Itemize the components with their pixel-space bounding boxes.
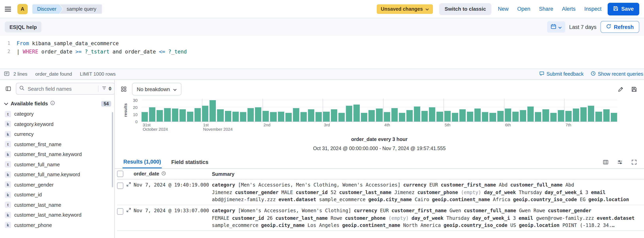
histogram-bar[interactable]: [300, 112, 307, 122]
histogram-bar[interactable]: [429, 107, 436, 122]
histogram-bar[interactable]: [323, 111, 330, 122]
histogram-bar[interactable]: [384, 112, 390, 122]
table-row[interactable]: Nov 7, 2024 @ 19:33:07.000category [Wome…: [117, 205, 644, 231]
field-item-customer_phone[interactable]: kcustomer_phone: [3, 220, 112, 230]
histogram-bar[interactable]: [217, 109, 224, 122]
field-item-customer_last_name.keyword[interactable]: kcustomer_last_name.keyword: [3, 210, 112, 220]
columns-icon[interactable]: [600, 157, 611, 167]
histogram-bar[interactable]: [263, 111, 269, 122]
histogram-bar[interactable]: [354, 104, 360, 122]
field-filter-button[interactable]: 0: [98, 85, 111, 92]
recent-queries-link[interactable]: Show recent queries: [591, 71, 643, 77]
display-options-icon[interactable]: [615, 157, 625, 167]
switch-to-classic-button[interactable]: Switch to classic: [439, 3, 492, 15]
refresh-button[interactable]: Refresh: [600, 21, 639, 33]
histogram-bar[interactable]: [482, 112, 488, 122]
histogram-bar[interactable]: [316, 112, 322, 122]
nav-link-inspect[interactable]: Inspect: [584, 6, 602, 12]
field-item-customer_full_name[interactable]: tcustomer_full_name: [3, 159, 112, 170]
save-button[interactable]: Save: [608, 3, 639, 15]
histogram-bar[interactable]: [528, 106, 534, 122]
histogram-bar[interactable]: [414, 106, 420, 122]
fullscreen-icon[interactable]: [629, 157, 639, 167]
histogram-bar[interactable]: [232, 111, 238, 122]
histogram-bar[interactable]: [202, 106, 208, 122]
histogram-bar[interactable]: [558, 110, 564, 122]
histogram-bar[interactable]: [157, 110, 163, 122]
space-avatar[interactable]: A: [18, 4, 28, 14]
histogram-bar[interactable]: [255, 107, 261, 122]
unsaved-changes-badge[interactable]: Unsaved changes: [377, 4, 433, 14]
histogram-bar[interactable]: [444, 111, 450, 122]
histogram-bar[interactable]: [210, 100, 216, 122]
chart-options-icon[interactable]: [118, 84, 129, 94]
histogram-bar[interactable]: [512, 111, 519, 122]
histogram-bar[interactable]: [142, 112, 148, 122]
nav-link-open[interactable]: Open: [517, 6, 530, 12]
collapse-sidebar-button[interactable]: [3, 84, 14, 94]
nav-link-alerts[interactable]: Alerts: [562, 6, 576, 12]
time-range-display[interactable]: Last 7 days: [569, 24, 596, 30]
field-item-customer_id[interactable]: kcustomer_id: [3, 190, 112, 200]
sidebar-scrollbar[interactable]: [112, 112, 113, 187]
tab-field-statistics[interactable]: Field statistics: [170, 156, 209, 168]
histogram-bar[interactable]: [474, 109, 481, 122]
histogram-bar[interactable]: [505, 109, 511, 122]
histogram-bar[interactable]: [368, 110, 375, 122]
esql-editor[interactable]: 1From kibana_sample_data_ecommerce2| WHE…: [0, 36, 644, 68]
field-item-currency[interactable]: kcurrency: [3, 129, 112, 139]
summary-column-header[interactable]: Summary: [212, 171, 234, 177]
histogram-bar[interactable]: [248, 108, 254, 122]
breadcrumb-discover[interactable]: Discover: [32, 4, 63, 14]
histogram-bar[interactable]: [580, 107, 587, 122]
histogram-bar[interactable]: [588, 106, 594, 122]
histogram-bar[interactable]: [542, 109, 549, 122]
menu-icon[interactable]: [5, 5, 13, 13]
histogram-bar[interactable]: [406, 110, 413, 122]
field-item-customer_full_name.keyword[interactable]: kcustomer_full_name.keyword: [3, 170, 112, 180]
submit-feedback-link[interactable]: Submit feedback: [540, 71, 584, 77]
histogram-bar[interactable]: [565, 111, 572, 122]
histogram-bar[interactable]: [270, 112, 276, 122]
search-input[interactable]: [27, 85, 98, 92]
select-all-checkbox[interactable]: [117, 171, 123, 177]
field-item-customer_last_name[interactable]: tcustomer_last_name: [3, 200, 112, 210]
histogram-bar[interactable]: [172, 109, 178, 122]
esql-help-button[interactable]: ES|QL help: [5, 21, 42, 33]
histogram-bar[interactable]: [520, 110, 526, 122]
histogram-bar[interactable]: [460, 109, 466, 122]
histogram-bar[interactable]: [338, 113, 344, 122]
histogram-bar[interactable]: [376, 109, 382, 122]
histogram-bar[interactable]: [225, 111, 231, 122]
row-checkbox[interactable]: [117, 208, 123, 215]
histogram-bar[interactable]: [437, 111, 443, 122]
histogram-bar[interactable]: [149, 107, 155, 122]
histogram-bar[interactable]: [293, 108, 299, 122]
histogram-bar[interactable]: [331, 109, 337, 122]
field-item-category[interactable]: tcategory: [3, 109, 112, 119]
histogram-bar[interactable]: [194, 108, 201, 122]
histogram-bar[interactable]: [452, 113, 458, 122]
histogram-bar[interactable]: [550, 113, 556, 122]
field-item-customer_first_name[interactable]: tcustomer_first_name: [3, 139, 112, 149]
save-visualization-icon[interactable]: [629, 84, 639, 94]
breadcrumb-sample-query[interactable]: sample query: [60, 4, 102, 14]
histogram-bar[interactable]: [164, 108, 170, 122]
histogram-bar[interactable]: [308, 109, 314, 122]
nav-link-share[interactable]: Share: [539, 6, 553, 12]
histogram-bar[interactable]: [467, 111, 473, 122]
histogram-bar[interactable]: [391, 108, 398, 122]
breakdown-select[interactable]: No breakdown: [132, 83, 182, 95]
available-fields-header[interactable]: Available fields 54: [4, 100, 111, 106]
field-item-customer_gender[interactable]: kcustomer_gender: [3, 180, 112, 190]
histogram-bar[interactable]: [596, 111, 602, 122]
field-item-category.keyword[interactable]: kcategory.keyword: [3, 119, 112, 129]
histogram-bar[interactable]: [285, 113, 292, 122]
histogram-bar[interactable]: [361, 113, 367, 122]
histogram-bar[interactable]: [240, 112, 246, 122]
expand-row-icon[interactable]: [123, 208, 134, 212]
histogram-bar[interactable]: [535, 112, 542, 122]
histogram-bar[interactable]: [278, 111, 284, 122]
row-checkbox[interactable]: [117, 183, 123, 189]
histogram-bar[interactable]: [573, 109, 579, 122]
